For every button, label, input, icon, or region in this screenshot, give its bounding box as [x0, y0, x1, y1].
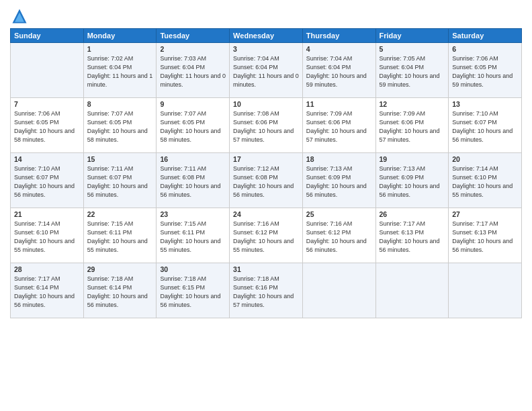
calendar-cell: 17Sunrise: 7:12 AM Sunset: 6:08 PM Dayli…: [230, 153, 303, 208]
day-info: Sunrise: 7:12 AM Sunset: 6:08 PM Dayligh…: [233, 165, 299, 199]
calendar-cell: 20Sunrise: 7:14 AM Sunset: 6:10 PM Dayli…: [449, 153, 522, 208]
calendar-body: 1Sunrise: 7:02 AM Sunset: 6:04 PM Daylig…: [11, 43, 522, 318]
day-info: Sunrise: 7:06 AM Sunset: 6:05 PM Dayligh…: [14, 109, 80, 144]
calendar-cell: 13Sunrise: 7:10 AM Sunset: 6:07 PM Dayli…: [449, 98, 522, 153]
calendar-cell: 1Sunrise: 7:02 AM Sunset: 6:04 PM Daylig…: [83, 43, 157, 98]
calendar-cell: 6Sunrise: 7:06 AM Sunset: 6:05 PM Daylig…: [449, 43, 522, 98]
day-info: Sunrise: 7:10 AM Sunset: 6:07 PM Dayligh…: [14, 165, 80, 199]
day-number: 11: [306, 100, 372, 108]
day-info: Sunrise: 7:04 AM Sunset: 6:04 PM Dayligh…: [233, 54, 299, 89]
day-number: 29: [87, 265, 153, 273]
day-info: Sunrise: 7:18 AM Sunset: 6:15 PM Dayligh…: [160, 275, 226, 310]
calendar-cell: 29Sunrise: 7:18 AM Sunset: 6:14 PM Dayli…: [83, 263, 157, 318]
day-number: 7: [14, 100, 80, 108]
day-number: 18: [306, 155, 372, 163]
day-info: Sunrise: 7:07 AM Sunset: 6:05 PM Dayligh…: [160, 109, 226, 144]
calendar-cell: 26Sunrise: 7:17 AM Sunset: 6:13 PM Dayli…: [375, 208, 449, 263]
day-number: 12: [380, 100, 445, 108]
page: SundayMondayTuesdayWednesdayThursdayFrid…: [0, 0, 532, 411]
calendar-cell: 2Sunrise: 7:03 AM Sunset: 6:04 PM Daylig…: [157, 43, 230, 98]
day-number: 23: [160, 210, 226, 218]
day-number: 24: [233, 210, 299, 218]
calendar-cell: 27Sunrise: 7:17 AM Sunset: 6:13 PM Dayli…: [449, 208, 522, 263]
header-cell-tuesday: Tuesday: [157, 29, 230, 43]
day-number: 5: [380, 45, 445, 53]
day-number: 2: [160, 45, 226, 53]
day-info: Sunrise: 7:10 AM Sunset: 6:07 PM Dayligh…: [452, 109, 518, 144]
day-number: 14: [14, 155, 80, 163]
day-info: Sunrise: 7:11 AM Sunset: 6:07 PM Dayligh…: [87, 165, 153, 199]
header: [10, 7, 522, 26]
day-number: 30: [160, 265, 226, 273]
day-number: 31: [233, 265, 299, 273]
calendar-header: SundayMondayTuesdayWednesdayThursdayFrid…: [11, 29, 522, 43]
calendar-cell: [302, 263, 375, 318]
day-info: Sunrise: 7:08 AM Sunset: 6:06 PM Dayligh…: [233, 109, 299, 144]
day-info: Sunrise: 7:18 AM Sunset: 6:16 PM Dayligh…: [233, 275, 299, 310]
day-number: 15: [87, 155, 153, 163]
calendar-cell: 24Sunrise: 7:16 AM Sunset: 6:12 PM Dayli…: [230, 208, 303, 263]
calendar-cell: 18Sunrise: 7:13 AM Sunset: 6:09 PM Dayli…: [302, 153, 375, 208]
day-info: Sunrise: 7:14 AM Sunset: 6:10 PM Dayligh…: [14, 220, 80, 255]
day-info: Sunrise: 7:18 AM Sunset: 6:14 PM Dayligh…: [87, 275, 153, 310]
day-info: Sunrise: 7:17 AM Sunset: 6:13 PM Dayligh…: [452, 220, 518, 255]
day-number: 1: [87, 45, 153, 53]
day-info: Sunrise: 7:13 AM Sunset: 6:09 PM Dayligh…: [380, 165, 445, 199]
calendar-cell: 7Sunrise: 7:06 AM Sunset: 6:05 PM Daylig…: [11, 98, 84, 153]
calendar-cell: 28Sunrise: 7:17 AM Sunset: 6:14 PM Dayli…: [11, 263, 84, 318]
header-cell-thursday: Thursday: [302, 29, 375, 43]
calendar-cell: [11, 43, 84, 98]
header-cell-monday: Monday: [83, 29, 157, 43]
calendar-cell: 31Sunrise: 7:18 AM Sunset: 6:16 PM Dayli…: [230, 263, 303, 318]
day-info: Sunrise: 7:07 AM Sunset: 6:05 PM Dayligh…: [87, 109, 153, 144]
calendar-cell: 10Sunrise: 7:08 AM Sunset: 6:06 PM Dayli…: [230, 98, 303, 153]
week-row-5: 28Sunrise: 7:17 AM Sunset: 6:14 PM Dayli…: [11, 263, 522, 318]
day-info: Sunrise: 7:04 AM Sunset: 6:04 PM Dayligh…: [306, 54, 372, 89]
calendar-cell: 8Sunrise: 7:07 AM Sunset: 6:05 PM Daylig…: [83, 98, 157, 153]
logo-icon: [10, 7, 29, 26]
day-info: Sunrise: 7:17 AM Sunset: 6:13 PM Dayligh…: [380, 220, 445, 255]
header-cell-wednesday: Wednesday: [230, 29, 303, 43]
calendar-table: SundayMondayTuesdayWednesdayThursdayFrid…: [10, 28, 522, 318]
week-row-3: 14Sunrise: 7:10 AM Sunset: 6:07 PM Dayli…: [11, 153, 522, 208]
day-number: 17: [233, 155, 299, 163]
header-cell-saturday: Saturday: [449, 29, 522, 43]
day-info: Sunrise: 7:09 AM Sunset: 6:06 PM Dayligh…: [306, 109, 372, 144]
calendar-cell: 9Sunrise: 7:07 AM Sunset: 6:05 PM Daylig…: [157, 98, 230, 153]
day-number: 22: [87, 210, 153, 218]
day-number: 20: [452, 155, 518, 163]
calendar-cell: [449, 263, 522, 318]
week-row-1: 1Sunrise: 7:02 AM Sunset: 6:04 PM Daylig…: [11, 43, 522, 98]
calendar-cell: 16Sunrise: 7:11 AM Sunset: 6:08 PM Dayli…: [157, 153, 230, 208]
calendar-cell: 5Sunrise: 7:05 AM Sunset: 6:04 PM Daylig…: [375, 43, 449, 98]
day-number: 13: [452, 100, 518, 108]
calendar-cell: 14Sunrise: 7:10 AM Sunset: 6:07 PM Dayli…: [11, 153, 84, 208]
day-number: 10: [233, 100, 299, 108]
calendar-cell: 23Sunrise: 7:15 AM Sunset: 6:11 PM Dayli…: [157, 208, 230, 263]
day-number: 9: [160, 100, 226, 108]
day-number: 26: [380, 210, 445, 218]
day-info: Sunrise: 7:05 AM Sunset: 6:04 PM Dayligh…: [380, 54, 445, 89]
day-number: 21: [14, 210, 80, 218]
calendar-cell: 12Sunrise: 7:09 AM Sunset: 6:06 PM Dayli…: [375, 98, 449, 153]
day-number: 19: [380, 155, 445, 163]
day-number: 4: [306, 45, 372, 53]
day-info: Sunrise: 7:06 AM Sunset: 6:05 PM Dayligh…: [452, 54, 518, 89]
calendar-cell: 21Sunrise: 7:14 AM Sunset: 6:10 PM Dayli…: [11, 208, 84, 263]
calendar-cell: 4Sunrise: 7:04 AM Sunset: 6:04 PM Daylig…: [302, 43, 375, 98]
day-info: Sunrise: 7:03 AM Sunset: 6:04 PM Dayligh…: [160, 54, 226, 89]
day-info: Sunrise: 7:15 AM Sunset: 6:11 PM Dayligh…: [160, 220, 226, 255]
day-info: Sunrise: 7:13 AM Sunset: 6:09 PM Dayligh…: [306, 165, 372, 199]
day-number: 28: [14, 265, 80, 273]
day-info: Sunrise: 7:14 AM Sunset: 6:10 PM Dayligh…: [452, 165, 518, 199]
day-number: 3: [233, 45, 299, 53]
calendar-cell: 22Sunrise: 7:15 AM Sunset: 6:11 PM Dayli…: [83, 208, 157, 263]
logo: [10, 7, 32, 26]
day-number: 6: [452, 45, 518, 53]
day-number: 16: [160, 155, 226, 163]
day-number: 8: [87, 100, 153, 108]
calendar-cell: [375, 263, 449, 318]
week-row-2: 7Sunrise: 7:06 AM Sunset: 6:05 PM Daylig…: [11, 98, 522, 153]
calendar-cell: 3Sunrise: 7:04 AM Sunset: 6:04 PM Daylig…: [230, 43, 303, 98]
day-info: Sunrise: 7:09 AM Sunset: 6:06 PM Dayligh…: [380, 109, 445, 144]
